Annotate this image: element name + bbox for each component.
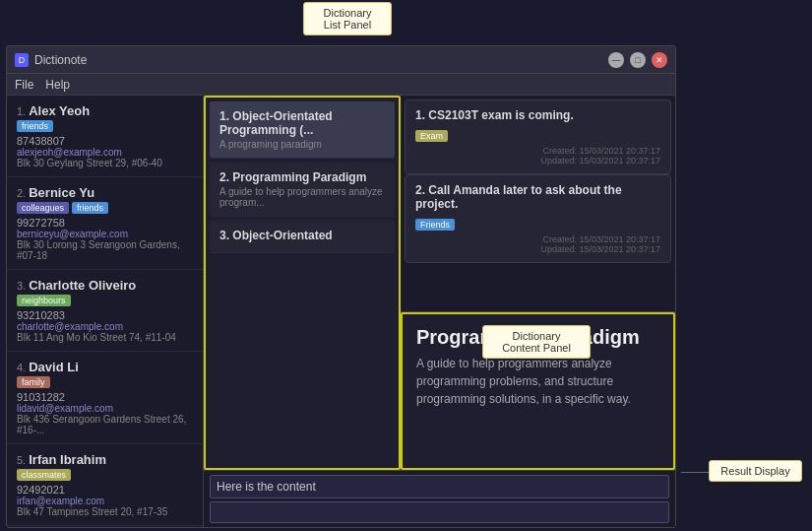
note-list: 1. CS2103T exam is coming. Exam Created:… (401, 96, 675, 312)
menubar: File Help (7, 74, 675, 96)
contact-name: David Li (29, 360, 79, 374)
tag-container: neighbours (17, 295, 193, 306)
tag-container: classmates (17, 469, 193, 481)
minimize-button[interactable]: — (608, 52, 624, 68)
contact-tag: friends (17, 120, 53, 132)
close-button[interactable]: ✕ (652, 52, 667, 68)
contact-phone: 91031282 (17, 391, 193, 403)
note-card-created: Created: 15/03/2021 20:37:17 (415, 234, 660, 244)
maximize-button[interactable]: □ (630, 52, 646, 68)
contact-item-2[interactable]: 3. Charlotte Oliveiro neighbours 9321028… (7, 270, 203, 352)
note-card-title: 1. CS2103T exam is coming. (415, 108, 660, 122)
contact-address: Blk 11 Ang Mo Kio Street 74, #11-04 (17, 332, 193, 343)
contact-phone: 93210283 (17, 309, 193, 321)
contact-phone: 99272758 (17, 217, 193, 229)
menu-help[interactable]: Help (45, 78, 70, 92)
dict-list-panel-annotation: Dictionary List Panel (303, 2, 392, 35)
annotation-arrow-result (681, 472, 709, 473)
note-card-updated: Updated: 15/03/2021 20:37:17 (415, 244, 660, 254)
search-bar[interactable] (210, 501, 669, 523)
contact-number: 1. Alex Yeoh (17, 103, 193, 118)
dict-list-item-title: 3. Object-Orientated (219, 229, 385, 242)
contact-email: lidavid@example.com (17, 403, 193, 414)
dict-content-body: A guide to help programmers analyze prog… (416, 355, 659, 408)
note-card-updated: Updated: 15/03/2021 20:37:17 (415, 156, 660, 166)
contact-phone: 87438807 (17, 135, 193, 147)
contact-item-3[interactable]: 4. David Li family 91031282 lidavid@exam… (7, 352, 203, 444)
contact-email: berniceyu@example.com (17, 229, 193, 239)
note-card-created: Created: 15/03/2021 20:37:17 (415, 146, 660, 156)
contact-tag: neighbours (17, 295, 71, 306)
contact-name: Charlotte Oliveiro (29, 278, 136, 293)
note-card-tag: Friends (415, 219, 455, 231)
dict-list: 1. Object-Orientated Programming (... A … (206, 98, 399, 257)
contact-number: 2. Bernice Yu (17, 185, 193, 200)
dict-list-item-subtitle: A programing paradigm (219, 139, 385, 150)
contact-phone: 92492021 (17, 484, 193, 496)
contact-name: Irfan Ibrahim (29, 452, 106, 467)
result-display-annotation: Result Display (709, 460, 802, 482)
dict-list-item-2[interactable]: 3. Object-Orientated (210, 221, 395, 253)
contact-name: Alex Yeoh (29, 103, 90, 118)
note-card-title: 2. Call Amanda later to ask about the pr… (415, 183, 660, 211)
main-content: 1. Alex Yeoh friends 87438807 alexjeoh@e… (7, 96, 675, 527)
dict-list-item-title: 2. Programming Paradigm (219, 170, 385, 184)
titlebar: D Dictionote — □ ✕ (7, 46, 675, 74)
dictionary-list-panel: 1. Object-Orientated Programming (... A … (204, 96, 401, 470)
contact-name: Bernice Yu (29, 185, 94, 200)
contact-number: 5. Irfan Ibrahim (17, 452, 193, 467)
contact-item-1[interactable]: 2. Bernice Yu colleaguesfriends 99272758… (7, 177, 203, 270)
contact-email: irfan@example.com (17, 496, 193, 506)
menu-file[interactable]: File (15, 78, 33, 92)
contacts-sidebar: 1. Alex Yeoh friends 87438807 alexjeoh@e… (7, 96, 204, 527)
contact-item-0[interactable]: 1. Alex Yeoh friends 87438807 alexjeoh@e… (7, 96, 203, 177)
contact-tag: friends (72, 202, 108, 214)
panels-row: 1. Object-Orientated Programming (... A … (204, 96, 675, 470)
contact-email: alexjeoh@example.com (17, 147, 193, 158)
dict-content-panel-annotation: Dictionary Content Panel (482, 325, 591, 359)
tag-container: colleaguesfriends (17, 202, 193, 214)
contact-address: Blk 30 Lorong 3 Serangoon Gardens, #07-1… (17, 239, 193, 261)
contact-tag: colleagues (17, 202, 69, 214)
dict-list-item-subtitle: A guide to help programmers analyze prog… (219, 186, 385, 208)
note-card-tag: Exam (415, 130, 448, 142)
note-card-0[interactable]: 1. CS2103T exam is coming. Exam Created:… (405, 100, 671, 174)
dict-list-item-1[interactable]: 2. Programming Paradigm A guide to help … (210, 163, 395, 217)
contacts-list: 1. Alex Yeoh friends 87438807 alexjeoh@e… (7, 96, 203, 527)
bottom-area (204, 470, 675, 527)
dict-list-item-title: 1. Object-Orientated Programming (... (219, 109, 385, 137)
note-area: 1. CS2103T exam is coming. Exam Created:… (401, 96, 675, 470)
app-icon: D (15, 53, 29, 67)
contact-tag: classmates (17, 469, 71, 481)
contact-address: Blk 47 Tampines Street 20, #17-35 (17, 506, 193, 517)
contact-address: Blk 30 Geylang Street 29, #06-40 (17, 158, 193, 168)
right-panel: 1. Object-Orientated Programming (... A … (204, 96, 675, 527)
contact-number: 4. David Li (17, 360, 193, 374)
window-controls: — □ ✕ (608, 52, 667, 68)
contact-email: charlotte@example.com (17, 321, 193, 332)
note-card-1[interactable]: 2. Call Amanda later to ask about the pr… (405, 174, 671, 263)
contact-item-4[interactable]: 5. Irfan Ibrahim classmates 92492021 irf… (7, 444, 203, 526)
result-display-input[interactable] (210, 475, 669, 498)
main-window: D Dictionote — □ ✕ File Help 1. Alex Yeo… (6, 45, 676, 528)
contact-tag: family (17, 376, 50, 388)
contact-number: 3. Charlotte Oliveiro (17, 278, 193, 293)
contact-item-5[interactable]: 6. Roy Balakrishnan colleagues 92624417 (7, 526, 203, 527)
tag-container: family (17, 376, 193, 388)
tag-container: friends (17, 120, 193, 132)
notes-list-container: 1. CS2103T exam is coming. Exam Created:… (405, 100, 671, 263)
window-title: Dictionote (34, 53, 608, 67)
contact-address: Blk 436 Serangoon Gardens Street 26, #16… (17, 414, 193, 435)
dict-list-item-0[interactable]: 1. Object-Orientated Programming (... A … (210, 101, 395, 159)
